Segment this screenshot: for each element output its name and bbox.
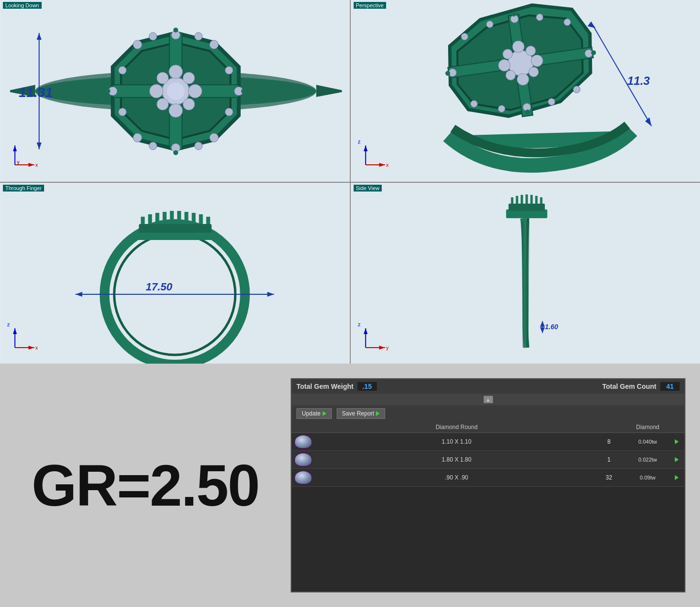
gem-weight-1: 0.022tw — [623, 457, 672, 463]
gem-count-1: 1 — [594, 456, 623, 463]
svg-rect-103 — [139, 224, 212, 233]
ring-svg-perspective: 11.3 z x — [351, 0, 700, 182]
viewport-label-side-view: Side View — [354, 185, 382, 192]
col-icon-header — [295, 424, 319, 431]
svg-point-37 — [106, 89, 110, 94]
svg-text:y: y — [17, 159, 20, 165]
svg-point-34 — [195, 142, 202, 150]
svg-point-13 — [150, 84, 163, 98]
svg-text:11.3: 11.3 — [627, 74, 650, 87]
gem-count-2: 32 — [594, 474, 623, 481]
panel-side-view[interactable]: Side View — [351, 183, 700, 365]
panel-through-finger[interactable]: Through Finger — [0, 183, 350, 365]
svg-point-18 — [183, 98, 195, 110]
scroll-up-button[interactable]: ▲ — [483, 396, 493, 403]
svg-point-25 — [133, 133, 142, 142]
update-button[interactable]: Update — [296, 408, 332, 419]
gem-report-header: Total Gem Weight .15 Total Gem Count 41 — [292, 379, 684, 394]
svg-text:z: z — [358, 321, 360, 327]
bottom-section: GR=2.50 Total Gem Weight .15 Total Gem C… — [0, 364, 700, 607]
ring-svg-through-finger: 17.50 z x — [0, 183, 350, 365]
gem-weight-2: 0.09tw — [623, 475, 672, 480]
gem-row-2: .90 X .90 32 0.09tw — [292, 469, 684, 487]
action-buttons-row: Update Save Report — [292, 405, 684, 422]
svg-point-28 — [225, 66, 233, 74]
svg-point-14 — [188, 84, 202, 98]
svg-point-33 — [149, 142, 157, 150]
gem-thumb-2 — [295, 471, 312, 484]
ring-svg-side-view: 1.60 z y — [351, 183, 700, 365]
col-spacer-header — [594, 424, 623, 431]
total-count-label: Total Gem Count — [602, 383, 656, 390]
gr-label-area: GR=2.50 — [0, 364, 291, 607]
svg-point-31 — [149, 32, 157, 40]
svg-rect-123 — [508, 204, 544, 211]
update-label: Update — [302, 410, 321, 417]
panel-perspective[interactable]: Perspective — [351, 0, 700, 182]
svg-point-29 — [119, 108, 126, 116]
svg-text:1.60: 1.60 — [544, 323, 558, 331]
svg-point-23 — [133, 40, 142, 49]
col-arrow-header — [672, 424, 682, 431]
gem-row-arrow-0[interactable] — [675, 439, 679, 444]
viewport-label-perspective: Perspective — [354, 2, 386, 9]
viewport-label-through-finger: Through Finger — [3, 185, 44, 192]
gem-size-2: .90 X .90 — [319, 474, 594, 481]
svg-point-17 — [157, 98, 169, 110]
gem-size-0: 1.10 X 1.10 — [319, 438, 594, 445]
total-count-value: 41 — [660, 382, 680, 391]
col-gem-header: Diamond Round — [319, 424, 594, 431]
svg-text:z: z — [358, 139, 360, 144]
gem-row-0: 1.10 X 1.10 8 0.040tw — [292, 433, 684, 451]
svg-point-24 — [210, 40, 218, 49]
total-weight-value: .15 — [358, 382, 377, 391]
svg-rect-89 — [0, 183, 349, 365]
svg-text:z: z — [7, 321, 10, 327]
ring-svg-looking-down: 11.31 y x — [0, 0, 350, 182]
gem-table-header: Diamond Round Diamond — [292, 422, 684, 433]
svg-point-35 — [173, 28, 178, 32]
gem-thumb-0 — [295, 435, 312, 448]
gem-row-1: 1.80 X 1.80 1 0.022tw — [292, 451, 684, 469]
svg-point-27 — [119, 66, 126, 74]
scroll-up-icon: ▲ — [486, 397, 491, 402]
svg-text:x: x — [386, 162, 389, 168]
svg-point-26 — [210, 133, 218, 142]
viewport-grid: Looking Down — [0, 0, 700, 364]
gem-row-arrow-1[interactable] — [675, 457, 679, 462]
gem-report-panel: Total Gem Weight .15 Total Gem Count 41 … — [291, 378, 685, 592]
gem-weight-0: 0.040tw — [623, 439, 672, 445]
col-diamond-header: Diamond — [623, 424, 672, 431]
gem-controls: ▲ — [292, 394, 684, 405]
update-play-icon — [323, 411, 327, 416]
svg-point-30 — [225, 108, 233, 116]
svg-point-36 — [173, 150, 178, 155]
svg-point-32 — [195, 32, 202, 40]
panel-looking-down[interactable]: Looking Down — [0, 0, 350, 182]
gem-row-arrow-2[interactable] — [675, 475, 679, 480]
gem-size-1: 1.80 X 1.80 — [319, 456, 594, 463]
gr-label: GR=2.50 — [31, 452, 259, 519]
save-report-play-icon — [376, 411, 380, 416]
viewport-label-looking-down: Looking Down — [3, 2, 42, 9]
svg-text:17.50: 17.50 — [146, 281, 173, 293]
svg-point-11 — [169, 65, 183, 79]
gem-count-0: 8 — [594, 438, 623, 445]
svg-text:11.31: 11.31 — [19, 85, 53, 100]
total-weight-label: Total Gem Weight — [296, 383, 354, 390]
svg-text:y: y — [386, 345, 389, 351]
svg-point-15 — [157, 72, 169, 84]
svg-text:x: x — [35, 345, 38, 351]
save-report-button[interactable]: Save Report — [337, 408, 386, 419]
gem-thumb-1 — [295, 453, 312, 466]
svg-point-16 — [183, 72, 195, 84]
svg-point-10 — [167, 82, 185, 100]
svg-point-38 — [241, 89, 246, 94]
svg-point-12 — [169, 104, 183, 117]
save-report-label: Save Report — [342, 410, 374, 417]
svg-text:x: x — [35, 162, 38, 168]
